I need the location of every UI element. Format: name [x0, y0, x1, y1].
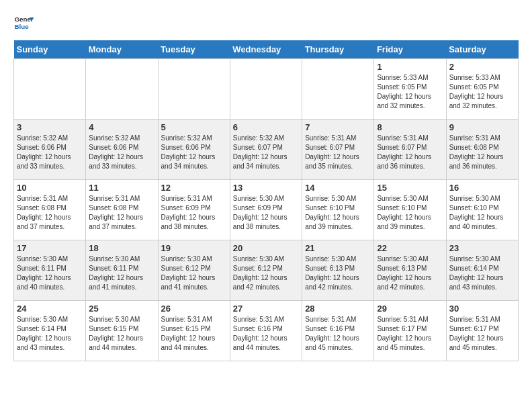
day-number: 26	[161, 304, 227, 314]
calendar-cell: 13Sunrise: 5:30 AMSunset: 6:09 PMDayligh…	[230, 180, 302, 240]
day-detail: Sunrise: 5:30 AMSunset: 6:12 PMDaylight:…	[233, 255, 299, 292]
calendar-cell: 2Sunrise: 5:33 AMSunset: 6:05 PMDaylight…	[446, 59, 518, 120]
day-detail: Sunrise: 5:31 AMSunset: 6:07 PMDaylight:…	[377, 134, 443, 171]
calendar-cell: 26Sunrise: 5:31 AMSunset: 6:15 PMDayligh…	[158, 301, 230, 361]
svg-text:Blue: Blue	[15, 23, 30, 30]
day-detail: Sunrise: 5:30 AMSunset: 6:13 PMDaylight:…	[305, 255, 371, 292]
calendar-cell: 15Sunrise: 5:30 AMSunset: 6:10 PMDayligh…	[374, 180, 446, 240]
day-number: 7	[305, 122, 371, 132]
day-detail: Sunrise: 5:32 AMSunset: 6:07 PMDaylight:…	[233, 134, 299, 171]
calendar-cell	[158, 59, 230, 120]
day-number: 19	[161, 243, 227, 253]
day-detail: Sunrise: 5:30 AMSunset: 6:12 PMDaylight:…	[161, 255, 227, 292]
calendar-cell: 23Sunrise: 5:30 AMSunset: 6:14 PMDayligh…	[446, 240, 518, 301]
weekday-header-sunday: Sunday	[14, 40, 86, 59]
calendar-cell: 14Sunrise: 5:30 AMSunset: 6:10 PMDayligh…	[302, 180, 374, 240]
calendar-cell: 11Sunrise: 5:31 AMSunset: 6:08 PMDayligh…	[86, 180, 158, 240]
day-number: 28	[305, 304, 371, 314]
calendar-cell: 7Sunrise: 5:31 AMSunset: 6:07 PMDaylight…	[302, 120, 374, 180]
calendar-cell: 18Sunrise: 5:30 AMSunset: 6:11 PMDayligh…	[86, 240, 158, 301]
weekday-header-saturday: Saturday	[446, 40, 518, 59]
day-number: 24	[17, 304, 83, 314]
day-number: 2	[449, 62, 515, 72]
calendar-cell: 19Sunrise: 5:30 AMSunset: 6:12 PMDayligh…	[158, 240, 230, 301]
calendar-cell: 27Sunrise: 5:31 AMSunset: 6:16 PMDayligh…	[230, 301, 302, 361]
day-detail: Sunrise: 5:31 AMSunset: 6:17 PMDaylight:…	[377, 315, 443, 353]
day-number: 14	[305, 183, 371, 193]
day-number: 6	[233, 122, 299, 132]
day-detail: Sunrise: 5:32 AMSunset: 6:06 PMDaylight:…	[161, 134, 227, 171]
calendar-week-row: 17Sunrise: 5:30 AMSunset: 6:11 PMDayligh…	[14, 240, 519, 301]
day-number: 15	[377, 183, 443, 193]
day-number: 30	[449, 304, 515, 314]
day-number: 10	[17, 183, 83, 193]
day-number: 16	[449, 183, 515, 193]
day-number: 20	[233, 243, 299, 253]
day-detail: Sunrise: 5:31 AMSunset: 6:08 PMDaylight:…	[449, 134, 515, 171]
calendar-cell: 4Sunrise: 5:32 AMSunset: 6:06 PMDaylight…	[86, 120, 158, 180]
calendar-cell: 30Sunrise: 5:31 AMSunset: 6:17 PMDayligh…	[446, 301, 518, 361]
calendar-week-row: 24Sunrise: 5:30 AMSunset: 6:14 PMDayligh…	[14, 301, 519, 361]
day-number: 17	[17, 243, 83, 253]
calendar-week-row: 1Sunrise: 5:33 AMSunset: 6:05 PMDaylight…	[14, 59, 519, 120]
day-detail: Sunrise: 5:30 AMSunset: 6:11 PMDaylight:…	[17, 255, 83, 292]
day-number: 12	[161, 183, 227, 193]
day-detail: Sunrise: 5:30 AMSunset: 6:09 PMDaylight:…	[233, 194, 299, 232]
calendar-cell	[14, 59, 86, 120]
calendar-cell: 20Sunrise: 5:30 AMSunset: 6:12 PMDayligh…	[230, 240, 302, 301]
weekday-header-thursday: Thursday	[302, 40, 374, 59]
calendar-week-row: 3Sunrise: 5:32 AMSunset: 6:06 PMDaylight…	[14, 120, 519, 180]
calendar-cell: 25Sunrise: 5:30 AMSunset: 6:15 PMDayligh…	[86, 301, 158, 361]
day-number: 21	[305, 243, 371, 253]
day-number: 22	[377, 243, 443, 253]
calendar-cell: 17Sunrise: 5:30 AMSunset: 6:11 PMDayligh…	[14, 240, 86, 301]
calendar-cell: 16Sunrise: 5:30 AMSunset: 6:10 PMDayligh…	[446, 180, 518, 240]
day-detail: Sunrise: 5:32 AMSunset: 6:06 PMDaylight:…	[17, 134, 83, 171]
calendar-cell: 9Sunrise: 5:31 AMSunset: 6:08 PMDaylight…	[446, 120, 518, 180]
logo: General Blue	[13, 13, 34, 34]
calendar-cell	[86, 59, 158, 120]
day-detail: Sunrise: 5:30 AMSunset: 6:13 PMDaylight:…	[377, 255, 443, 292]
calendar-cell: 29Sunrise: 5:31 AMSunset: 6:17 PMDayligh…	[374, 301, 446, 361]
day-number: 23	[449, 243, 515, 253]
day-number: 13	[233, 183, 299, 193]
calendar-cell: 5Sunrise: 5:32 AMSunset: 6:06 PMDaylight…	[158, 120, 230, 180]
calendar-cell: 21Sunrise: 5:30 AMSunset: 6:13 PMDayligh…	[302, 240, 374, 301]
day-detail: Sunrise: 5:31 AMSunset: 6:08 PMDaylight:…	[17, 194, 83, 232]
calendar-cell: 24Sunrise: 5:30 AMSunset: 6:14 PMDayligh…	[14, 301, 86, 361]
day-detail: Sunrise: 5:31 AMSunset: 6:16 PMDaylight:…	[233, 315, 299, 353]
day-number: 18	[89, 243, 154, 253]
day-number: 1	[377, 62, 443, 72]
calendar-cell: 22Sunrise: 5:30 AMSunset: 6:13 PMDayligh…	[374, 240, 446, 301]
day-number: 3	[17, 122, 83, 132]
day-detail: Sunrise: 5:31 AMSunset: 6:15 PMDaylight:…	[161, 315, 227, 353]
day-number: 8	[377, 122, 443, 132]
day-detail: Sunrise: 5:32 AMSunset: 6:06 PMDaylight:…	[89, 134, 154, 171]
day-number: 9	[449, 122, 515, 132]
calendar-cell: 6Sunrise: 5:32 AMSunset: 6:07 PMDaylight…	[230, 120, 302, 180]
weekday-header-monday: Monday	[86, 40, 158, 59]
day-detail: Sunrise: 5:31 AMSunset: 6:17 PMDaylight:…	[449, 315, 515, 353]
day-detail: Sunrise: 5:31 AMSunset: 6:08 PMDaylight:…	[89, 194, 154, 232]
day-detail: Sunrise: 5:30 AMSunset: 6:10 PMDaylight:…	[305, 194, 371, 232]
day-detail: Sunrise: 5:31 AMSunset: 6:07 PMDaylight:…	[305, 134, 371, 171]
day-number: 25	[89, 304, 154, 314]
day-number: 4	[89, 122, 154, 132]
calendar-week-row: 10Sunrise: 5:31 AMSunset: 6:08 PMDayligh…	[14, 180, 519, 240]
calendar-cell: 3Sunrise: 5:32 AMSunset: 6:06 PMDaylight…	[14, 120, 86, 180]
day-number: 27	[233, 304, 299, 314]
day-detail: Sunrise: 5:30 AMSunset: 6:10 PMDaylight:…	[449, 194, 515, 232]
calendar-cell: 1Sunrise: 5:33 AMSunset: 6:05 PMDaylight…	[374, 59, 446, 120]
weekday-header-tuesday: Tuesday	[158, 40, 230, 59]
calendar-cell: 28Sunrise: 5:31 AMSunset: 6:16 PMDayligh…	[302, 301, 374, 361]
calendar-cell	[302, 59, 374, 120]
day-detail: Sunrise: 5:30 AMSunset: 6:14 PMDaylight:…	[17, 315, 83, 353]
weekday-header-friday: Friday	[374, 40, 446, 59]
weekday-header-wednesday: Wednesday	[230, 40, 302, 59]
day-detail: Sunrise: 5:30 AMSunset: 6:14 PMDaylight:…	[449, 255, 515, 292]
header: General Blue	[13, 13, 519, 34]
calendar-cell: 8Sunrise: 5:31 AMSunset: 6:07 PMDaylight…	[374, 120, 446, 180]
day-detail: Sunrise: 5:30 AMSunset: 6:10 PMDaylight:…	[377, 194, 443, 232]
day-number: 11	[89, 183, 154, 193]
day-number: 5	[161, 122, 227, 132]
